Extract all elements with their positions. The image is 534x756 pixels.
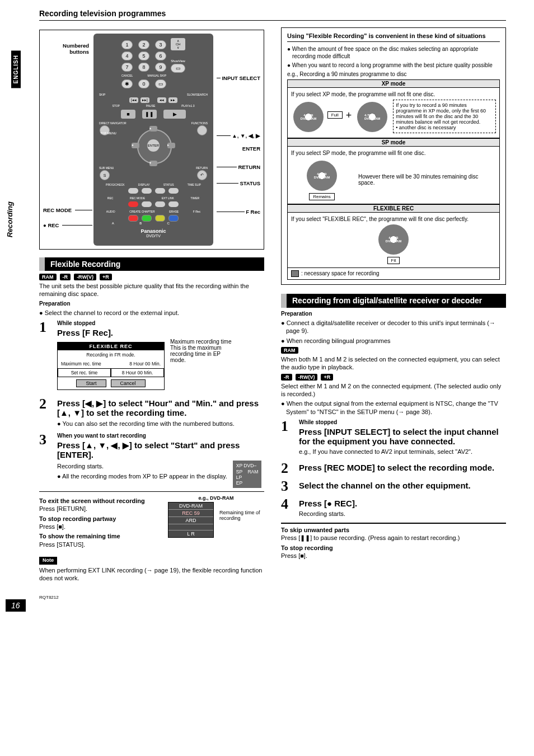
dig-skip-h: To skip unwanted parts <box>281 527 349 533</box>
skip-back-icon: |◂◂ <box>129 97 138 103</box>
osd-cancel-btn: Cancel <box>111 379 146 387</box>
label-display: DISPLAY <box>138 183 150 186</box>
step-2-instr: Press [◀, ▶] to select "Hour" and "Min."… <box>57 398 264 418</box>
label-direct-nav: DIRECT NAVIGATOR <box>99 121 127 125</box>
color-b-label: B <box>139 222 142 225</box>
dig-step-2: 2 Press [REC MODE] to select the recordi… <box>281 461 506 476</box>
chip-r: -R <box>60 274 71 280</box>
label-arrows: ▲, ▼, ◀, ▶ <box>232 133 260 139</box>
osd-max-val: 8 Hour 00 Min. <box>129 361 161 367</box>
label-rec-mode: REC MODE <box>43 207 74 213</box>
label-sub-menu: SUB MENU <box>99 166 114 170</box>
chip-r-2: -R <box>281 374 292 381</box>
num-9: 9 <box>155 63 166 72</box>
recmode-btn <box>142 201 152 207</box>
disp-r2: REC 59 <box>168 510 213 517</box>
label-frec: F Rec <box>193 210 200 213</box>
sp-disc: 4.7GB DVD-RAM <box>307 161 337 191</box>
disp-r1: DVD-RAM <box>168 503 213 510</box>
osd-flexible-rec: FLEXIBLE REC Recording in FR mode. Maxim… <box>57 342 165 390</box>
plus-icon: + <box>346 100 352 121</box>
chip-rwv: -RW(V) <box>74 274 96 280</box>
display-panel: DVD-RAM REC 59 ARD L R <box>168 502 214 538</box>
stop-btn: ■ <box>121 110 135 119</box>
osd-set-val: 8 Hour 00 Min. <box>111 368 164 377</box>
situations-title: Using "Flexible Recording" is convenient… <box>287 32 500 42</box>
step-3: 3 When you want to start recording Press… <box>39 433 264 488</box>
num-1: 1 <box>121 40 133 49</box>
side-tab-english: ENGLISH <box>11 50 21 88</box>
skip-fwd-icon: ▸▸| <box>140 97 149 103</box>
color-b-btn <box>142 215 152 222</box>
pause-btn: ❚❚ <box>142 110 157 119</box>
num-0: 0 <box>138 79 149 88</box>
remaining-label: Remaining time of recording <box>219 502 264 521</box>
step-3-num: 3 <box>39 433 50 488</box>
num-3: 3 <box>155 40 166 49</box>
timeslip-btn <box>168 188 179 194</box>
color-a-label: A <box>112 222 114 225</box>
dig-step-3: 3 Select the channel on the other equipm… <box>281 479 506 494</box>
remote-diagram: Numbered buttons REC MODE ● REC 123 456 … <box>39 30 264 250</box>
label-status: STATUS <box>163 183 174 186</box>
side-max-h: Maximum recording time <box>170 339 237 345</box>
fr-head: FLEXIBLE REC <box>287 204 500 213</box>
label-create-chapter: CREATE CHAPTER <box>129 210 154 213</box>
step-3-line1: Recording starts. <box>57 462 227 470</box>
label-manual-skip: MANUAL SKIP <box>148 74 166 77</box>
dig-step1-sub: While stopped <box>299 419 506 425</box>
dig-step2-instr: Press [REC MODE] to select the recording… <box>299 463 506 472</box>
disp-r5: L R <box>168 530 213 537</box>
label-timeslip: TIME SLIP <box>188 183 201 186</box>
label-numbered-buttons: Numbered buttons <box>43 43 91 55</box>
step-2-num: 2 <box>39 397 50 429</box>
dvdtv-label: DVD/TV <box>99 234 208 238</box>
dig-stop-h: To stop recording <box>281 544 333 551</box>
left-column: Numbered buttons REC MODE ● REC 123 456 … <box>39 27 264 584</box>
chip-plus-r: +R <box>100 274 112 280</box>
dig-step1-instr: Press [INPUT SELECT] to select the input… <box>299 427 506 447</box>
enter-btn: ENTER <box>147 139 160 152</box>
page-number: 16 <box>6 599 26 612</box>
right-column: Using "Flexible Recording" is convenient… <box>281 27 506 584</box>
dig-skip-b: Press [❚❚] to pause recording. (Press ag… <box>281 534 460 541</box>
extlink-btn <box>155 201 165 207</box>
label-stop: STOP <box>112 104 120 107</box>
rqt-code: RQT8212 <box>39 595 506 600</box>
dig-ram-text: When both M 1 and M 2 is selected on the… <box>281 355 506 372</box>
submenu-btn: S <box>100 170 110 180</box>
ff-icon: ▸▸ <box>168 97 177 103</box>
rew-icon: ◂◂ <box>157 97 166 103</box>
fit-tag: Fit <box>387 257 400 264</box>
osd-title: FLEXIBLE REC <box>58 342 164 350</box>
legend-swatch <box>291 270 299 277</box>
progcheck-btn <box>128 188 138 194</box>
dig-b2: ● When recording bilingual programmes <box>281 337 506 345</box>
osd-max-label: Maximum rec. time <box>61 361 101 367</box>
label-progcheck: PROG/CHECK <box>106 183 125 186</box>
timer-btn <box>168 201 179 207</box>
xp-disc-1: 4.7GB DVD-RAM <box>293 102 324 132</box>
dig-step4-instr: Press [● REC]. <box>299 499 506 508</box>
color-c-label: C <box>167 222 170 225</box>
dig-step-4: 4 Press [● REC]. Recording starts. <box>281 497 506 520</box>
rec-btn <box>128 201 138 207</box>
sp-head: SP mode <box>287 138 500 147</box>
remains-tag: Remains <box>309 193 335 200</box>
sit-b1: ● When the amount of free space on the d… <box>287 45 500 60</box>
exit-b: Press [RETURN]. <box>39 505 87 512</box>
show-h: To show the remaining time <box>39 533 120 539</box>
chip-ram: RAM <box>39 274 57 280</box>
prep-head: Preparation <box>39 300 264 307</box>
disp-eg: e.g., DVD-RAM <box>168 495 264 501</box>
num-7: 7 <box>121 63 133 72</box>
sit-b2: ● When you want to record a long program… <box>287 62 500 69</box>
functions-btn <box>197 125 207 135</box>
media-chips: RAM -R -RW(V) +R <box>39 273 264 280</box>
dig-step-1: 1 While stopped Press [INPUT SELECT] to … <box>281 419 506 458</box>
sp-body: If you select SP mode, the programme wil… <box>287 147 500 204</box>
stop-h: To stop recording partway <box>39 515 116 522</box>
color-a-btn <box>128 215 138 222</box>
input-select-btn: ▭ <box>155 79 166 88</box>
brand-label: Panasonic <box>99 228 208 234</box>
